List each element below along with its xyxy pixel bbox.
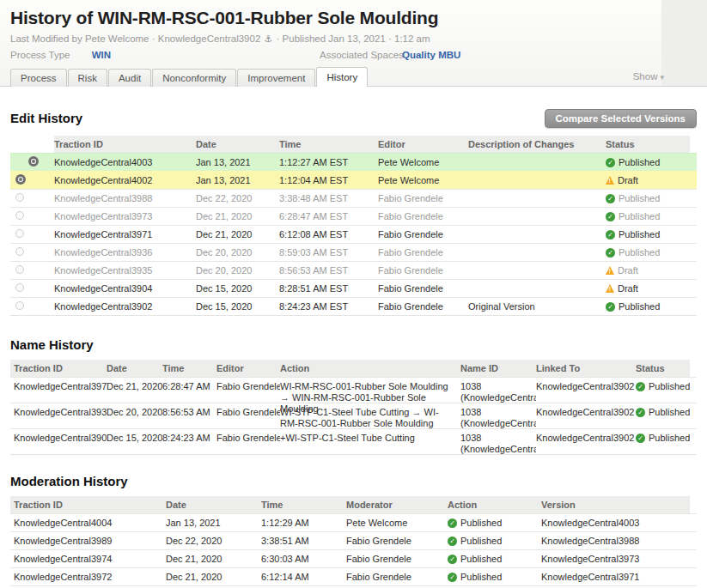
column-header: Date [107,360,162,377]
published-check-icon: ✓ [606,230,615,239]
tab-nonconformity[interactable]: Nonconformity [152,69,236,87]
version-link[interactable]: KnowledgeCentral3971 [541,572,690,582]
status-badge: ✓Published [636,433,690,444]
moderator-link[interactable]: Pete Welcome [346,518,448,528]
status-label: Draft [618,265,638,276]
version-radio[interactable] [15,247,24,256]
draft-warning-icon: ! [606,176,614,185]
version-radio[interactable] [15,265,24,274]
version-radio[interactable] [15,211,24,220]
traction-id: KnowledgeCentral4003 [54,157,196,167]
tab-improvement[interactable]: Improvement [237,69,315,87]
edit-history-table: Traction IDDateTimeEditorDescription of … [10,136,697,316]
traction-id: KnowledgeCentral3935 [54,265,196,276]
traction-id-link[interactable]: KnowledgeCentral3904 [54,283,196,294]
moderation-history-header: Traction IDDateTimeModeratorActionVersio… [10,496,697,513]
version-radio[interactable] [15,193,24,202]
version-link[interactable]: KnowledgeCentral3988 [541,536,690,546]
column-header: Action [448,496,541,513]
editor-link[interactable]: Fabio Grendele [216,381,280,392]
radio-cell [10,193,54,203]
version-radio[interactable] [15,174,26,185]
status-badge: ✓Published [636,381,690,392]
name-id-link[interactable]: 1038(KnowledgeCentral) [460,381,536,403]
published-check-icon: ✓ [606,158,615,167]
mod-time: 1:12:29 AM [261,518,346,528]
moderator-link[interactable]: Fabio Grendele [346,536,448,546]
editor-link[interactable]: Fabio Grendele [216,433,280,444]
published-check-icon: ✓ [448,518,457,528]
mod-time: 6:12:14 AM [261,572,346,582]
published-check-icon: ✓ [636,433,645,443]
edit-history-row: KnowledgeCentral3904Dec 15, 20208:28:51 … [10,279,697,297]
status-label: Published [649,381,690,392]
editor-link[interactable]: Fabio Grendele [216,407,280,418]
moderator-link[interactable]: Fabio Grendele [346,554,448,564]
column-header: Status [636,360,690,377]
action-link[interactable]: +WI-STP-C1-Steel Tube Cutting [280,433,460,444]
version-radio[interactable] [15,301,24,310]
show-menu[interactable]: Show▾ [633,71,664,82]
status-badge: !Draft [606,283,690,294]
status-label: Published [460,536,502,546]
editor-link[interactable]: Fabio Grendele [378,283,468,294]
page-title: History of WIN-RM-RSC-001-Rubber Sole Mo… [0,0,707,28]
traction-id-link[interactable]: KnowledgeCentral3971 [54,229,196,239]
moderation-history-heading: Moderation History [10,474,128,488]
edit-date: Jan 13, 2021 [196,175,279,185]
linked-to-link[interactable]: KnowledgeCentral3902 [536,407,636,418]
version-radio[interactable] [15,283,24,292]
traction-id-link[interactable]: KnowledgeCentral3902 [10,433,107,444]
published-check-icon: ✓ [448,536,457,546]
edit-time: 8:24:23 AM EST [279,301,378,312]
meta-row: Process Type WIN Associated Spaces Quali… [0,45,707,58]
tab-process[interactable]: Process [10,69,67,87]
edit-date: Dec 15, 2020 [196,301,279,312]
edit-time: 8:56:53 AM EST [279,265,378,276]
column-header: Editor [216,360,280,377]
status-label: Published [460,518,502,528]
draft-warning-icon: ! [606,266,614,275]
linked-to-link[interactable]: KnowledgeCentral3902 [536,433,636,444]
traction-id-link[interactable]: KnowledgeCentral3989 [10,536,166,546]
version-link[interactable]: KnowledgeCentral4003 [541,518,690,528]
version-radio[interactable] [28,156,39,167]
tab-risk[interactable]: Risk [68,69,107,87]
linked-to-link[interactable]: KnowledgeCentral3902 [536,381,636,392]
moderation-history-row: KnowledgeCentral3989Dec 22, 20203:38:51 … [10,531,697,549]
edit-history-row: KnowledgeCentral3988Dec 22, 20203:38:48 … [10,189,697,207]
associated-spaces-link[interactable]: Quality MBU [402,50,460,60]
column-header: Date [166,496,261,513]
edit-date: Dec 20, 2020 [196,247,279,258]
status-badge: ✓Published [606,301,690,312]
version-link[interactable]: KnowledgeCentral3973 [541,554,690,564]
tab-audit[interactable]: Audit [108,69,151,87]
process-type-link[interactable]: WIN [92,50,111,60]
tab-history[interactable]: History [316,67,368,87]
moderator-link[interactable]: Fabio Grendele [346,572,448,582]
name-id-link[interactable]: 1038(KnowledgeCentral) [460,407,536,429]
status-label: Published [649,407,690,418]
name-id-number: 1038 [460,381,531,392]
action-link[interactable]: WI-STP-C1-Steel Tube Cutting → WI-RM-RSC… [280,407,460,429]
edit-date: Dec 20, 2020 [196,265,279,276]
editor-link[interactable]: Fabio Grendele [378,229,468,239]
name-id-space: (KnowledgeCentral) [460,444,531,455]
status-badge: ✓Published [606,157,690,167]
version-radio[interactable] [15,229,24,238]
mod-time: 6:30:03 AM [261,554,346,564]
compare-selected-versions-button[interactable]: Compare Selected Versions [545,109,697,128]
name-id-link[interactable]: 1038(KnowledgeCentral) [460,433,536,455]
traction-id-link[interactable]: KnowledgeCentral4004 [10,518,166,528]
traction-id-link[interactable]: KnowledgeCentral3973 [10,381,107,392]
mod-time: 3:38:51 AM [261,536,346,546]
traction-id-link[interactable]: KnowledgeCentral3974 [10,554,166,564]
traction-id-link[interactable]: KnowledgeCentral3902 [54,301,196,312]
traction-id-link[interactable]: KnowledgeCentral3972 [10,572,166,582]
status-badge: ✓Published [606,211,690,221]
editor-link[interactable]: Fabio Grendele [378,301,468,312]
status-label: Published [619,157,660,167]
column-header: Traction ID [54,136,196,153]
traction-id-link[interactable]: KnowledgeCentral3936 [10,407,107,418]
name-id-space: (KnowledgeCentral) [460,418,531,429]
